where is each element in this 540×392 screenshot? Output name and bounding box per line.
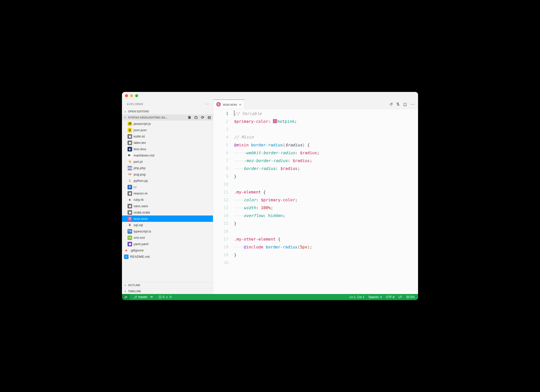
outline-section[interactable]: › OUTLINE bbox=[122, 282, 213, 288]
line-number[interactable]: 20 bbox=[213, 259, 228, 267]
line-number[interactable]: 2 bbox=[213, 117, 228, 125]
file-tree-item[interactable]: TStypescript.ts bbox=[122, 228, 213, 234]
code-line[interactable]: } bbox=[234, 172, 413, 180]
open-editors-section[interactable]: › OPEN EDITORS bbox=[122, 108, 213, 114]
code-content[interactable]: // Variable$primary-color: hotpink;// Mi… bbox=[234, 109, 418, 294]
split-editor-icon[interactable]: ◫ bbox=[403, 102, 407, 107]
maximize-window-button[interactable] bbox=[135, 94, 138, 97]
file-tree-item[interactable]: ▦yaml.yaml bbox=[122, 241, 213, 247]
file-tree-item[interactable]: ◆ruby.rb bbox=[122, 197, 213, 203]
code-line[interactable] bbox=[234, 125, 413, 133]
problems-indicator[interactable]: ⓧ 0 ⚠ 0 bbox=[156, 294, 173, 300]
line-number[interactable]: 10 bbox=[213, 180, 228, 188]
line-number[interactable]: 15 bbox=[213, 220, 228, 227]
minimize-window-button[interactable] bbox=[130, 94, 133, 97]
code-line[interactable]: // Mixin bbox=[234, 133, 413, 141]
line-number[interactable]: 8 bbox=[213, 165, 228, 172]
file-tree-item[interactable]: JSjavascript.js bbox=[122, 121, 213, 127]
more-actions-icon[interactable]: ⋯ bbox=[410, 102, 415, 107]
folder-section[interactable]: › SYNTAX-HIGHLIGHTING-SA... 🗎 🗀 ⟳ ⊟ bbox=[122, 114, 213, 121]
file-tree-item[interactable]: 🐍python.py bbox=[122, 178, 213, 184]
file-tree-item[interactable]: Sscss.scss bbox=[122, 215, 213, 222]
line-number[interactable]: 17 bbox=[213, 235, 228, 243]
titlebar[interactable] bbox=[122, 92, 418, 100]
code-editor[interactable]: 1234567891011121314151617181920 // Varia… bbox=[213, 109, 418, 294]
line-number[interactable]: 3 bbox=[213, 125, 228, 133]
file-name: kotlin.kt bbox=[134, 134, 145, 138]
line-number[interactable]: 16 bbox=[213, 227, 228, 235]
code-line[interactable] bbox=[234, 180, 413, 188]
file-tree-item[interactable]: 🐶pug.pug bbox=[122, 171, 213, 178]
code-line[interactable]: .my-other-element { bbox=[234, 235, 413, 243]
file-tree-item[interactable]: 🐪perl.pl bbox=[122, 159, 213, 165]
line-number[interactable]: 5 bbox=[213, 141, 228, 149]
file-tree-item[interactable]: {}json.json bbox=[122, 127, 213, 133]
file-tree-item[interactable]: ▦latex.tex bbox=[122, 140, 213, 146]
new-file-icon[interactable]: 🗎 bbox=[187, 115, 192, 120]
code-line[interactable]: @mixin border-radius($radius) { bbox=[234, 141, 413, 149]
code-line[interactable]: .my-element { bbox=[234, 188, 413, 196]
timeline-icon[interactable]: ↺ bbox=[389, 102, 393, 107]
sync-icon[interactable]: ⟳ bbox=[150, 295, 153, 299]
git-branch[interactable]: ⎇ master ⟳ bbox=[131, 294, 155, 300]
new-folder-icon[interactable]: 🗀 bbox=[194, 115, 198, 120]
chevron-right-icon: › bbox=[123, 289, 127, 293]
file-tree-item[interactable]: M↓markdown.md bbox=[122, 152, 213, 159]
code-line[interactable]: } bbox=[234, 251, 413, 259]
code-line[interactable]: $primary-color: hotpink; bbox=[234, 117, 413, 125]
compare-icon[interactable]: ⇅ bbox=[396, 102, 400, 107]
file-tree-item[interactable]: Rr.r bbox=[122, 184, 213, 190]
file-tree-item[interactable]: ▦sass.sass bbox=[122, 203, 213, 209]
code-line[interactable]: ····-webkit-border-radius: $radius; bbox=[234, 149, 413, 157]
line-number[interactable]: 18 bbox=[213, 243, 228, 251]
line-number[interactable]: 14 bbox=[213, 212, 228, 220]
file-tree-item[interactable]: iREADME.md bbox=[122, 253, 213, 260]
line-number[interactable]: 4 bbox=[213, 133, 228, 141]
code-line[interactable] bbox=[234, 227, 413, 235]
line-number[interactable]: 11 bbox=[213, 188, 228, 196]
line-number[interactable]: 1 bbox=[213, 110, 228, 117]
code-line[interactable]: ····width: 100%; bbox=[234, 204, 413, 212]
file-tree-item[interactable]: 🛢sql.sql bbox=[122, 222, 213, 228]
file-tree-item[interactable]: ▦scala.scala bbox=[122, 209, 213, 215]
file-tree-item[interactable]: phpphp.php bbox=[122, 165, 213, 171]
line-number[interactable]: 7 bbox=[213, 157, 228, 165]
code-line[interactable]: ····color: $primary-color; bbox=[234, 196, 413, 204]
explorer-more-icon[interactable]: ⋯ bbox=[205, 102, 209, 106]
refresh-icon[interactable]: ⟳ bbox=[200, 115, 205, 120]
line-number[interactable]: 19 bbox=[213, 251, 228, 259]
code-line[interactable]: } bbox=[234, 220, 413, 227]
file-tree-item[interactable]: ▦kotlin.kt bbox=[122, 133, 213, 140]
file-name: typescript.ts bbox=[134, 229, 151, 233]
encoding[interactable]: UTF-8 bbox=[386, 295, 394, 299]
code-line[interactable]: // Variable bbox=[234, 110, 413, 117]
line-number[interactable]: 9 bbox=[213, 172, 228, 180]
file-tree-item[interactable]: ◆.gitignore bbox=[122, 247, 213, 253]
code-line[interactable] bbox=[234, 259, 413, 267]
tab-scss[interactable]: S scss.scss × bbox=[213, 100, 244, 109]
remote-indicator[interactable]: ⇄ bbox=[122, 294, 130, 300]
file-tree-item[interactable]: <>xml.xml bbox=[122, 234, 213, 241]
language-mode[interactable]: SCSS bbox=[406, 295, 415, 299]
file-tree-item[interactable]: ▦reason.re bbox=[122, 190, 213, 197]
collapse-icon[interactable]: ⊟ bbox=[207, 115, 211, 120]
timeline-section[interactable]: › TIMELINE bbox=[122, 288, 213, 294]
cursor-position[interactable]: Ln 1, Col 1 bbox=[350, 295, 364, 299]
code-line[interactable]: ····overflow: hidden; bbox=[234, 212, 413, 220]
file-tree[interactable]: JSjavascript.js{}json.json▦kotlin.kt▦lat… bbox=[122, 121, 213, 282]
file-tree-item[interactable]: ◐less.less bbox=[122, 146, 213, 152]
line-number[interactable]: 6 bbox=[213, 149, 228, 157]
eol[interactable]: LF bbox=[399, 295, 402, 299]
file-name: javascript.js bbox=[134, 122, 151, 126]
code-line[interactable]: ····-moz-border-radius: $radius; bbox=[234, 157, 413, 165]
indentation[interactable]: Spaces: 4 bbox=[368, 295, 382, 299]
file-icon: TS bbox=[128, 229, 132, 234]
close-tab-icon[interactable]: × bbox=[239, 102, 241, 107]
line-number[interactable]: 12 bbox=[213, 196, 228, 204]
code-line[interactable]: ····@include border-radius(5px); bbox=[234, 243, 413, 251]
code-line[interactable]: ····border-radius: $radius; bbox=[234, 165, 413, 172]
close-window-button[interactable] bbox=[125, 94, 128, 97]
file-name: python.py bbox=[134, 179, 148, 183]
line-number[interactable]: 13 bbox=[213, 204, 228, 212]
chevron-right-icon: › bbox=[123, 110, 127, 113]
